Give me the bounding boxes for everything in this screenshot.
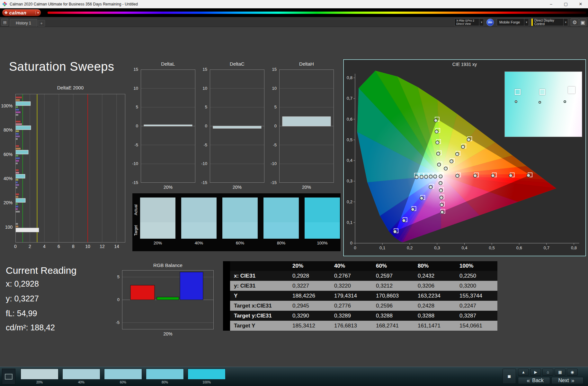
deltae-bar (16, 196, 19, 198)
pattern-grid-button[interactable]: ▦ (555, 369, 566, 376)
axis-label: 0,6 (516, 245, 522, 250)
deltae-bar (16, 150, 28, 154)
deltae-bar (16, 138, 18, 140)
add-tab-button[interactable]: + (38, 20, 45, 27)
eject-button[interactable]: ▲ (518, 369, 529, 376)
deltah-y-axis-labels: 151050-5-10-15 (268, 69, 278, 183)
source-selector-dropdown[interactable]: Mobile Forge ▾ (497, 18, 529, 26)
table-cell: 0,2767 (330, 271, 372, 281)
table-cell: 168,2741 (372, 321, 414, 331)
layout-button[interactable]: ▣ (579, 18, 586, 26)
axis-label: 0,7 (347, 96, 352, 101)
axis-label: 0,8 (347, 75, 352, 80)
measured-marker (456, 174, 459, 177)
pattern-swatch-40%[interactable] (62, 369, 100, 380)
axis-label: 0,1 (347, 220, 352, 225)
table-row: y: CIE310,32270,32200,32120,32060,3200 (223, 281, 497, 291)
measured-marker (439, 175, 442, 178)
minimize-button[interactable]: – (544, 0, 558, 8)
logo-bar: ❖ calman ▾ (0, 8, 588, 17)
deltae-bar (16, 169, 19, 171)
next-button-label: Next (558, 378, 569, 383)
table-cell: 161,1471 (414, 321, 456, 331)
delta-y-label: -5 (273, 142, 277, 147)
deltae-bar (16, 193, 19, 195)
table-cell: 0,3288 (414, 311, 456, 321)
delta-y-label: 0 (136, 124, 138, 128)
deltae-bar (16, 109, 19, 111)
table-cell: 185,3412 (289, 321, 330, 331)
delta-bar (144, 125, 192, 126)
measured-marker (461, 145, 465, 148)
home-button[interactable]: ⌂ (542, 369, 553, 376)
deltae-x-label: 12 (98, 244, 106, 249)
axis-label: 0,3 (347, 179, 352, 183)
meter-selector-dropdown[interactable]: X-Rite i1Pro 2 Direct View ▾ (454, 18, 484, 26)
table-row-label: y: CIE31 (230, 281, 289, 291)
deltac-category-label: 20% (210, 185, 264, 190)
next-button[interactable]: Next » (551, 377, 584, 384)
measured-marker (467, 138, 470, 141)
current-reading-y: y: 0,3227 (6, 294, 39, 303)
delta-y-label: 5 (136, 105, 138, 109)
pattern-swatch-label: 60% (104, 381, 142, 384)
display-control-name: Direct Display Control (533, 19, 563, 26)
rgb-bar-blue (180, 272, 203, 300)
measured-marker (402, 219, 405, 222)
deltae-bar (16, 225, 19, 227)
table-cell: 0,2432 (414, 271, 456, 281)
pattern-window-button[interactable] (2, 369, 15, 384)
table-cell: 0,3290 (289, 311, 330, 321)
back-button[interactable]: « Back (518, 377, 550, 384)
measured-marker (441, 210, 444, 214)
measured-marker (424, 175, 428, 178)
table-row-corner (223, 281, 230, 291)
plot-border (16, 94, 125, 243)
calman-main-menu-button[interactable]: ❖ calman ▾ (2, 9, 41, 16)
deltae-bar (16, 111, 21, 113)
measured-marker (435, 130, 438, 133)
target-swatch (263, 222, 299, 239)
deltae-bar (16, 135, 20, 137)
delta-y-label: -10 (132, 161, 138, 166)
deltae-y-label: 60% (4, 152, 13, 157)
axis-label: 0,7 (544, 245, 549, 250)
table-row: Y188,4226179,4314170,8603163,2234155,374… (223, 291, 497, 301)
current-reading-x: x: 0,2928 (6, 279, 39, 289)
current-reading-title: Current Reading (6, 265, 76, 276)
pattern-swatch-80%[interactable] (146, 369, 184, 380)
stop-button[interactable]: ◼ (503, 369, 516, 384)
inset-target-marker (539, 89, 545, 95)
target-row-label: Target (134, 222, 138, 239)
deltae-bar (16, 123, 22, 125)
deltah-category-label: 20% (279, 185, 334, 190)
target-swatch (222, 222, 258, 239)
deltae-bar (16, 179, 19, 181)
deltae-bar (16, 126, 31, 130)
tab-history-1[interactable]: History 1 (10, 19, 37, 27)
table-corner (223, 261, 230, 271)
record-button[interactable]: ◉ (567, 369, 578, 376)
play-button[interactable]: ▶ (530, 369, 541, 376)
deltae-bar (16, 106, 18, 108)
display-control-dropdown[interactable]: Direct Display Control ▾ (531, 18, 568, 26)
pattern-swatch-100%[interactable] (188, 369, 226, 380)
measured-marker (415, 175, 418, 179)
swatch-compare-column (222, 198, 258, 239)
window-title: Calman 2020 Calman Ultimate for Business… (10, 2, 138, 6)
axis-label: 0,2 (407, 245, 413, 250)
swatch-compare-column (181, 198, 217, 239)
settings-gear-button[interactable]: ⚙ (571, 18, 579, 26)
measured-marker (440, 203, 443, 207)
history-panel-toggle-button[interactable]: ▤ (1, 19, 8, 26)
pattern-swatch-20%[interactable] (21, 369, 58, 380)
close-button[interactable]: ✕ (573, 0, 588, 8)
deltac-y-axis-labels: 151050-5-10-15 (198, 69, 209, 183)
pattern-swatch-60%[interactable] (104, 369, 142, 380)
measured-marker (527, 174, 530, 177)
table-cell: 154,0661 (456, 321, 497, 331)
chevron-down-icon: ▾ (563, 19, 568, 26)
deltae-y-label: 100 (5, 225, 13, 230)
chevron-down-icon: ▾ (35, 11, 39, 14)
maximize-button[interactable]: ▢ (558, 0, 573, 8)
